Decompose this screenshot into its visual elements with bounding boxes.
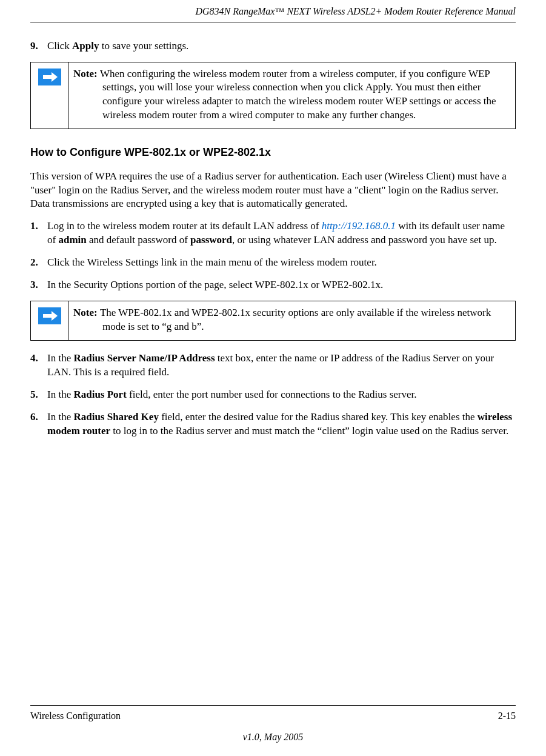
arrow-right-icon	[38, 69, 61, 85]
step-body: Log in to the wireless modem router at i…	[47, 219, 516, 247]
note-icon-cell	[31, 62, 68, 129]
bold-text: Radius Port	[73, 389, 126, 400]
footer-section: Wireless Configuration	[30, 709, 121, 723]
note-icon-cell	[31, 301, 68, 340]
step-number: 3.	[30, 278, 47, 292]
step-body: In the Radius Port field, enter the port…	[47, 388, 516, 402]
bold-text: Radius Shared Key	[73, 411, 158, 423]
footer-version: v1.0, May 2005	[30, 731, 516, 744]
page-number: 2-15	[498, 709, 516, 723]
note-box-2: Note: The WPE-802.1x and WPE2-802.1x sec…	[30, 301, 516, 341]
bold-text: Apply	[72, 40, 99, 52]
text: field, enter the port number used for co…	[127, 389, 417, 400]
bold-text: admin	[58, 234, 86, 246]
text: In the	[47, 411, 73, 423]
note-label: Note:	[73, 307, 100, 318]
step-number: 5.	[30, 388, 47, 402]
step-number: 6.	[30, 410, 47, 438]
step-3: 3. In the Security Options portion of th…	[30, 278, 516, 292]
step-number: 4.	[30, 352, 47, 380]
text: Click	[47, 40, 72, 52]
step-number: 9.	[30, 39, 47, 53]
header-title: DG834N RangeMax™ NEXT Wireless ADSL2+ Mo…	[30, 0, 516, 22]
section-heading: How to Configure WPE-802.1x or WPE2-802.…	[30, 145, 516, 159]
step-body: Click Apply to save your settings.	[47, 39, 516, 53]
step-body: In the Security Options portion of the p…	[47, 278, 516, 292]
step-5: 5. In the Radius Port field, enter the p…	[30, 388, 516, 402]
step-9: 9. Click Apply to save your settings.	[30, 39, 516, 53]
url-link[interactable]: http://192.168.0.1	[322, 220, 396, 232]
text: to log in to the Radius server and must …	[110, 425, 508, 437]
step-2: 2. Click the Wireless Settings link in t…	[30, 256, 516, 270]
section-intro: This version of WPA requires the use of …	[30, 170, 516, 212]
page-footer: Wireless Configuration 2-15 v1.0, May 20…	[30, 705, 516, 744]
note-text: Note: When configuring the wireless mode…	[68, 62, 515, 129]
step-body: Click the Wireless Settings link in the …	[47, 256, 516, 270]
text: In the	[47, 389, 73, 400]
note-body: When configuring the wireless modem rout…	[100, 68, 496, 121]
bold-text: password	[190, 234, 232, 246]
text: and default password of	[87, 234, 190, 246]
note-text: Note: The WPE-802.1x and WPE2-802.1x sec…	[68, 301, 515, 340]
text: field, enter the desired value for the R…	[159, 411, 478, 423]
bold-text: Radius Server Name/IP Address	[73, 352, 215, 364]
step-number: 1.	[30, 219, 47, 247]
text: to save your settings.	[99, 40, 189, 52]
header-rule	[30, 22, 516, 22]
step-4: 4. In the Radius Server Name/IP Address …	[30, 352, 516, 380]
arrow-right-icon	[38, 307, 61, 324]
step-number: 2.	[30, 256, 47, 270]
step-body: In the Radius Server Name/IP Address tex…	[47, 352, 516, 380]
step-body: In the Radius Shared Key field, enter th…	[47, 410, 516, 438]
text: In the	[47, 352, 73, 364]
note-body: The WPE-802.1x and WPE2-802.1x security …	[100, 307, 491, 332]
step-6: 6. In the Radius Shared Key field, enter…	[30, 410, 516, 438]
text: Log in to the wireless modem router at i…	[47, 220, 322, 232]
footer-rule	[30, 705, 516, 706]
note-label: Note:	[73, 68, 100, 79]
step-1: 1. Log in to the wireless modem router a…	[30, 219, 516, 247]
text: , or using whatever LAN address and pass…	[232, 234, 497, 246]
note-box-1: Note: When configuring the wireless mode…	[30, 62, 516, 130]
